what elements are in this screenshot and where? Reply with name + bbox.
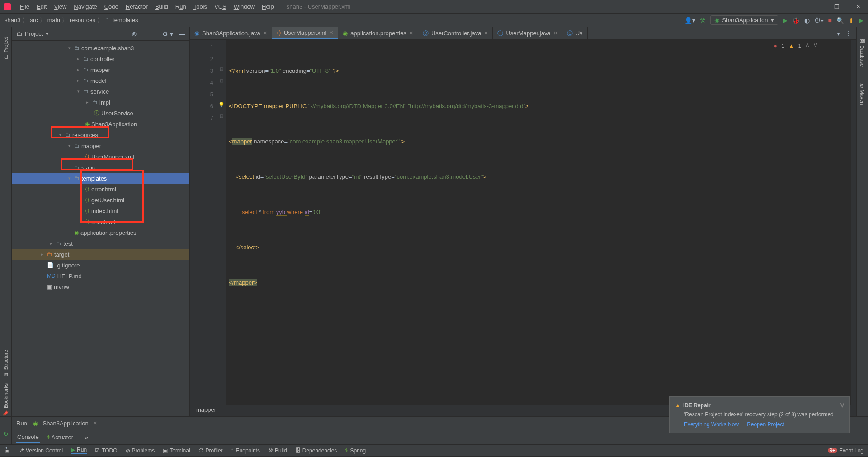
tab-truncated[interactable]: ⒸUs — [562, 27, 588, 39]
run-tab-actuator[interactable]: ⚕ Actuator — [46, 432, 74, 443]
menu-build[interactable]: Build — [151, 1, 172, 12]
run-button-icon[interactable]: ▶ — [783, 17, 788, 24]
user-icon[interactable]: 👤▾ — [684, 17, 695, 24]
breadcrumb-item[interactable]: resources — [70, 17, 95, 24]
tool-vcs[interactable]: ⎇ Version Control — [18, 447, 63, 454]
tree-folder-static[interactable]: 🗀static — [12, 162, 189, 173]
sidetab-bookmarks[interactable]: 🔖Bookmarks — [3, 383, 9, 416]
close-icon[interactable]: ✕ — [263, 30, 267, 36]
breadcrumb-item[interactable]: shan3 — [5, 17, 20, 24]
tree-file-index-html[interactable]: ⟨⟩index.html — [12, 205, 189, 216]
tree-file-usermapper-xml[interactable]: ⟨⟩UserMapper.xml — [12, 151, 189, 162]
tool-problems[interactable]: ⊘ Problems — [126, 447, 155, 454]
breadcrumb-item[interactable]: templates — [113, 17, 138, 24]
tab-usermapper-xml[interactable]: ⟨⟩UserMapper.xml✕ — [272, 27, 339, 39]
tree-folder-mapper-dir[interactable]: ▾🗀mapper — [12, 140, 189, 151]
menu-file[interactable]: File — [16, 1, 33, 12]
locate-icon[interactable]: ⊚ — [132, 30, 137, 38]
tree-file-shan3app[interactable]: ◉Shan3Application — [12, 119, 189, 129]
tree-file-userservice[interactable]: ⒾUserService — [12, 108, 189, 119]
settings-icon[interactable]: ⚙ ▾ — [162, 30, 173, 38]
tool-endpoints[interactable]: ᚶ Endpoints — [231, 447, 260, 454]
tree-folder-target[interactable]: ▸🗀target — [12, 249, 189, 260]
run-config-selector[interactable]: ◉Shan3Application▾ — [710, 15, 778, 25]
tool-spring[interactable]: ⚕ Spring — [345, 447, 366, 454]
close-icon[interactable]: ✕ — [93, 420, 97, 426]
menu-help[interactable]: Help — [258, 1, 278, 12]
tree-folder-mapper[interactable]: ▸🗀mapper — [12, 64, 189, 75]
collapse-icon[interactable]: ≣ — [151, 30, 157, 38]
play-green-icon[interactable]: ▶ — [859, 17, 863, 24]
menu-edit[interactable]: Edit — [33, 1, 50, 12]
tree-folder-controller[interactable]: ▸🗀controller — [12, 53, 189, 64]
tree-folder-resources[interactable]: ▾🗀resources — [12, 129, 189, 140]
tool-event-log[interactable]: 9+ Event Log — [828, 447, 863, 454]
profiler-icon[interactable]: ⏱▾ — [814, 17, 824, 24]
minimize-button[interactable]: ― — [808, 1, 821, 12]
tree-file-mvnw[interactable]: ▣mvnw — [12, 281, 189, 292]
error-stripe[interactable]: ●1 ▲1 ᐱᐯ — [851, 40, 856, 405]
menu-window[interactable]: Window — [230, 1, 258, 12]
tree-file-app-properties[interactable]: ◉application.properties — [12, 227, 189, 238]
tree-file-gitignore[interactable]: 📄.gitignore — [12, 260, 189, 271]
run-tab-console[interactable]: Console — [16, 432, 40, 443]
close-icon[interactable]: ✕ — [553, 30, 557, 36]
debug-button-icon[interactable]: 🐞 — [792, 17, 800, 24]
hide-panel-icon[interactable]: — — [179, 30, 185, 38]
coverage-icon[interactable]: ◐ — [804, 17, 810, 24]
close-button[interactable]: ✕ — [852, 1, 864, 12]
tree-folder-model[interactable]: ▸🗀model — [12, 75, 189, 86]
maximize-button[interactable]: ❐ — [830, 1, 843, 12]
tool-run[interactable]: ▶ Run — [71, 447, 87, 454]
sidetab-database[interactable]: 🗄Database — [860, 38, 865, 67]
tree-folder-test[interactable]: ▸🗀test — [12, 238, 189, 249]
breadcrumb-item[interactable]: src — [30, 17, 38, 24]
chevron-down-icon[interactable]: ᐯ — [840, 402, 844, 409]
tree-folder-impl[interactable]: ▸🗀impl — [12, 97, 189, 108]
menu-refactor[interactable]: Refactor — [122, 1, 151, 12]
tool-profiler[interactable]: ⏱ Profiler — [198, 447, 223, 454]
breadcrumb-item[interactable]: main — [47, 17, 60, 24]
menu-run[interactable]: Run — [172, 1, 190, 12]
menu-navigate[interactable]: Navigate — [70, 1, 100, 12]
tab-usercontroller[interactable]: ⒸUserController.java✕ — [418, 27, 493, 39]
close-icon[interactable]: ✕ — [329, 30, 333, 36]
tool-terminal[interactable]: ▣ Terminal — [163, 447, 190, 454]
stop-button-icon[interactable]: ■ — [828, 17, 832, 24]
tree-file-error-html[interactable]: ⟨⟩error.html — [12, 184, 189, 195]
close-icon[interactable]: ✕ — [484, 30, 488, 36]
menu-vcs[interactable]: VCS — [211, 1, 230, 12]
sidetab-project[interactable]: 🗀Project — [3, 37, 9, 59]
tree-folder-service[interactable]: ▾🗀service — [12, 86, 189, 97]
close-icon[interactable]: ✕ — [409, 30, 413, 36]
menu-code[interactable]: Code — [101, 1, 122, 12]
tool-todo[interactable]: ☑ TODO — [95, 447, 117, 454]
menu-view[interactable]: View — [50, 1, 70, 12]
expand-icon[interactable]: ≡ — [142, 30, 146, 38]
tool-dependencies[interactable]: 🗄 Dependencies — [295, 447, 337, 454]
tab-usermapper-java[interactable]: ⒾUserMapper.java✕ — [493, 27, 562, 39]
sidetab-structure[interactable]: 🗏Structure — [3, 350, 9, 377]
notif-action-reopen[interactable]: Reopen Project — [747, 421, 784, 428]
panel-title[interactable]: 🗀 Project ▾ — [16, 30, 49, 37]
notif-action-works[interactable]: Everything Works Now — [684, 421, 739, 428]
tree-folder-templates[interactable]: ▾🗀templates — [12, 173, 189, 184]
tab-application-properties[interactable]: ◉application.properties✕ — [338, 27, 418, 39]
dropdown-icon[interactable]: ▾ — [837, 30, 840, 37]
search-icon[interactable]: 🔍 — [836, 17, 844, 24]
tool-build[interactable]: ⚒ Build — [268, 447, 287, 454]
tree-file-user-html[interactable]: ⟨⟩user.html — [12, 216, 189, 227]
project-tree[interactable]: ▾🗀com.example.shan3 ▸🗀controller ▸🗀mappe… — [12, 41, 189, 416]
tree-file-help-md[interactable]: MDHELP.md — [12, 271, 189, 281]
code-editor[interactable]: <?xml version="1.0" encoding="UTF-8" ?> … — [226, 40, 851, 405]
more-icon[interactable]: ⋮ — [845, 30, 852, 37]
tab-shan3application[interactable]: ◉Shan3Application.java✕ — [190, 27, 272, 39]
show-tools-icon[interactable]: ▣ — [5, 447, 9, 454]
sidetab-maven[interactable]: mMaven — [860, 84, 865, 105]
tree-package[interactable]: ▾🗀com.example.shan3 — [12, 43, 189, 53]
rerun-icon[interactable]: ↻ — [3, 430, 9, 438]
menu-tools[interactable]: Tools — [190, 1, 211, 12]
hammer-icon[interactable]: ⚒ — [700, 17, 706, 24]
tree-file-getuser-html[interactable]: ⟨⟩getUser.html — [12, 195, 189, 205]
sync-icon[interactable]: ⬆ — [849, 17, 854, 24]
